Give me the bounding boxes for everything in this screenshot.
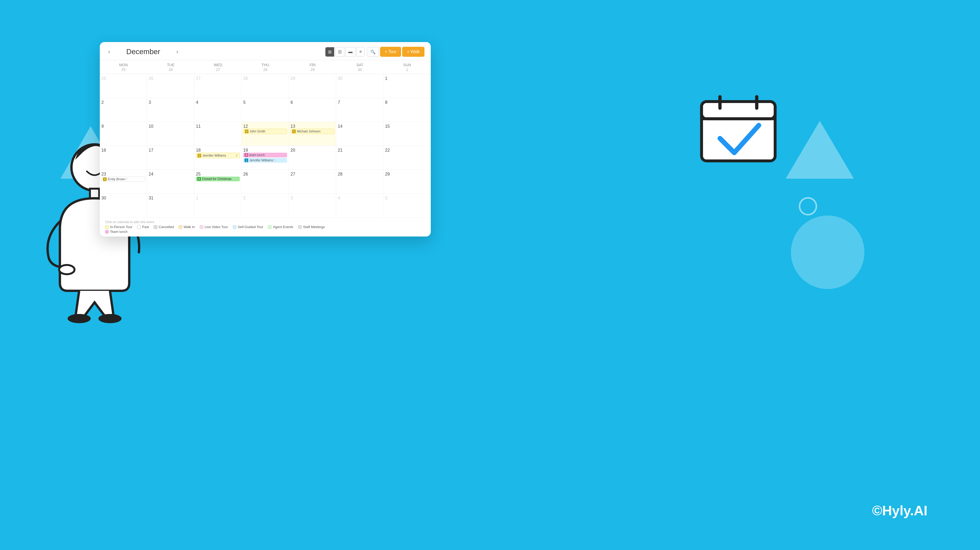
- event-closed-christmas[interactable]: 8 Closed for Christmas: [196, 177, 240, 181]
- event-name: Jennifer Williams: [249, 158, 273, 162]
- calendar-cell[interactable]: 25: [100, 74, 147, 98]
- calendar-cell[interactable]: 30: [100, 194, 147, 217]
- calendar-cell[interactable]: 29: [289, 74, 336, 98]
- event-name: Michael Johnson: [297, 129, 320, 133]
- bg-circle-small: [799, 197, 817, 215]
- next-month-button[interactable]: ›: [174, 47, 180, 56]
- day-header-tue: TUE 26: [147, 60, 194, 74]
- calendar-week-3: 9 10 11 12 5 John Smith 13 5 Michael Joh…: [100, 122, 431, 146]
- calendar-cell[interactable]: 11: [194, 122, 242, 145]
- legend-walk-in: Walk In: [178, 225, 195, 229]
- calendar-cell[interactable]: 8: [383, 98, 431, 122]
- calendar-cell[interactable]: 16: [100, 146, 147, 169]
- week-view-button[interactable]: |||: [336, 47, 344, 56]
- legend-agent: Agent Events: [268, 225, 293, 229]
- calendar-week-2: 2 3 4 5 6 7 8: [100, 98, 431, 122]
- calendar-cell[interactable]: 4: [336, 194, 383, 217]
- legend-dot-team-lunch: [105, 230, 109, 234]
- calendar-cell[interactable]: 1: [194, 194, 242, 217]
- hyly-credit: ©Hyly.AI: [872, 503, 928, 518]
- calendar-cell[interactable]: 21: [336, 146, 383, 169]
- calendar-cell[interactable]: 2: [242, 194, 289, 217]
- search-button[interactable]: 🔍: [367, 47, 379, 57]
- legend-dot-walk-in: [178, 225, 182, 229]
- bg-triangle-right: [786, 121, 854, 179]
- calendar-icon-decoration: [696, 89, 780, 163]
- calendar-grid-container: MON 25 TUE 26 WED 27 THU 28 FRI 29 SAT 3…: [100, 60, 431, 217]
- calendar-cell[interactable]: 30: [336, 74, 383, 98]
- legend-team-lunch: Team lunch: [105, 230, 127, 234]
- month-view-button[interactable]: ⊞: [325, 47, 334, 57]
- legend-live-video: Live Video Tour: [200, 225, 228, 229]
- calendar-cell[interactable]: 1: [383, 74, 431, 98]
- add-walkin-button[interactable]: + Walk: [402, 47, 425, 57]
- day-view-button[interactable]: ▬: [345, 47, 355, 56]
- svg-point-9: [99, 314, 122, 323]
- calendar-nav: ‹ December ›: [106, 47, 180, 56]
- calendar-cell[interactable]: 5: [242, 98, 289, 122]
- calendar-cell[interactable]: 26: [242, 170, 289, 193]
- svg-point-8: [67, 314, 91, 323]
- legend-dot-past: [137, 225, 141, 229]
- calendar-cell[interactable]: 15: [383, 122, 431, 145]
- calendar-week-1: 25 26 27 28 29 30 1: [100, 74, 431, 98]
- legend-row-2: Team lunch: [105, 230, 425, 234]
- calendar-cell[interactable]: 31: [147, 194, 194, 217]
- event-john-smith[interactable]: 5 John Smith: [243, 129, 287, 134]
- event-jennifer-williams-19[interactable]: 1 Jennifer Williams ?: [243, 158, 287, 163]
- calendar-cell[interactable]: 24: [147, 170, 194, 193]
- add-tour-button[interactable]: + Tour: [380, 47, 401, 57]
- calendar-cell[interactable]: 20: [289, 146, 336, 169]
- day-header-mon: MON 25: [100, 60, 147, 74]
- month-title: December: [117, 48, 169, 56]
- calendar-cell[interactable]: 17: [147, 146, 194, 169]
- list-view-button[interactable]: ≡: [356, 47, 364, 56]
- calendar-cell[interactable]: 9: [100, 122, 147, 145]
- legend-cancelled: Cancelled: [154, 225, 174, 229]
- event-michael-johnson[interactable]: 5 Michael Johnson: [291, 129, 334, 134]
- calendar-cell[interactable]: 7: [336, 98, 383, 122]
- calendar-window: ‹ December › ⊞ ||| ▬ ≡ 🔍 + Tour + Walk M…: [100, 42, 431, 236]
- calendar-cell[interactable]: 3: [289, 194, 336, 217]
- calendar-cell[interactable]: 27: [289, 170, 336, 193]
- calendar-cell-dec23[interactable]: 23 9 Emily Brown ?: [100, 170, 147, 193]
- event-emily-brown[interactable]: 9 Emily Brown ?: [102, 177, 145, 182]
- event-name: Closed for Christmas: [202, 177, 231, 181]
- calendar-cell-dec19[interactable]: 19 9 team lunch 1 Jennifer Williams ?: [242, 146, 289, 169]
- prev-month-button[interactable]: ‹: [106, 47, 112, 56]
- calendar-cell[interactable]: 22: [383, 146, 431, 169]
- calendar-header: ‹ December › ⊞ ||| ▬ ≡ 🔍 + Tour + Walk: [100, 42, 431, 60]
- legend-self-guided: Self-Guided Tour: [233, 225, 263, 229]
- calendar-cell-dec25[interactable]: 25 8 Closed for Christmas: [194, 170, 242, 193]
- calendar-cell[interactable]: 26: [147, 74, 194, 98]
- calendar-week-5: 23 9 Emily Brown ? 24 25 8 Closed for Ch…: [100, 170, 431, 194]
- day-header-thu: THU 28: [242, 60, 289, 74]
- legend-staff: Staff Meetings: [298, 225, 325, 229]
- calendar-cell[interactable]: 5: [383, 194, 431, 217]
- legend-dot-cancelled: [154, 225, 158, 229]
- calendar-cell[interactable]: 10: [147, 122, 194, 145]
- calendar-cell[interactable]: 27: [194, 74, 242, 98]
- calendar-cell[interactable]: 29: [383, 170, 431, 193]
- calendar-cell-dec13[interactable]: 13 5 Michael Johnson: [289, 122, 336, 145]
- legend-dot-live-video: [200, 225, 203, 229]
- day-header-fri: FRI 29: [289, 60, 336, 74]
- calendar-cell[interactable]: 2: [100, 98, 147, 122]
- calendar-week-6: 30 31 1 2 3 4 5: [100, 194, 431, 217]
- event-team-lunch[interactable]: 9 team lunch: [243, 153, 287, 158]
- calendar-cell[interactable]: 28: [336, 170, 383, 193]
- calendar-cell[interactable]: 4: [194, 98, 242, 122]
- day-header-wed: WED 27: [194, 60, 242, 74]
- calendar-footer: Click on calendar to add new event In-Pe…: [100, 217, 431, 236]
- legend-in-person: In-Person Tour: [105, 225, 132, 229]
- calendar-cell-dec18[interactable]: 18 9 Jennifer Williams ✓: [194, 146, 242, 169]
- event-jennifer-williams-18[interactable]: 9 Jennifer Williams ✓: [196, 153, 240, 158]
- calendar-cell[interactable]: 3: [147, 98, 194, 122]
- bg-circle-large: [791, 215, 864, 289]
- days-of-week-header: MON 25 TUE 26 WED 27 THU 28 FRI 29 SAT 3…: [100, 60, 431, 74]
- calendar-cell-dec12[interactable]: 12 5 John Smith: [242, 122, 289, 145]
- calendar-body: 25 26 27 28 29 30 1 2 3 4 5 6 7 8 9 10: [100, 74, 431, 217]
- calendar-cell[interactable]: 6: [289, 98, 336, 122]
- calendar-cell[interactable]: 14: [336, 122, 383, 145]
- calendar-cell[interactable]: 28: [242, 74, 289, 98]
